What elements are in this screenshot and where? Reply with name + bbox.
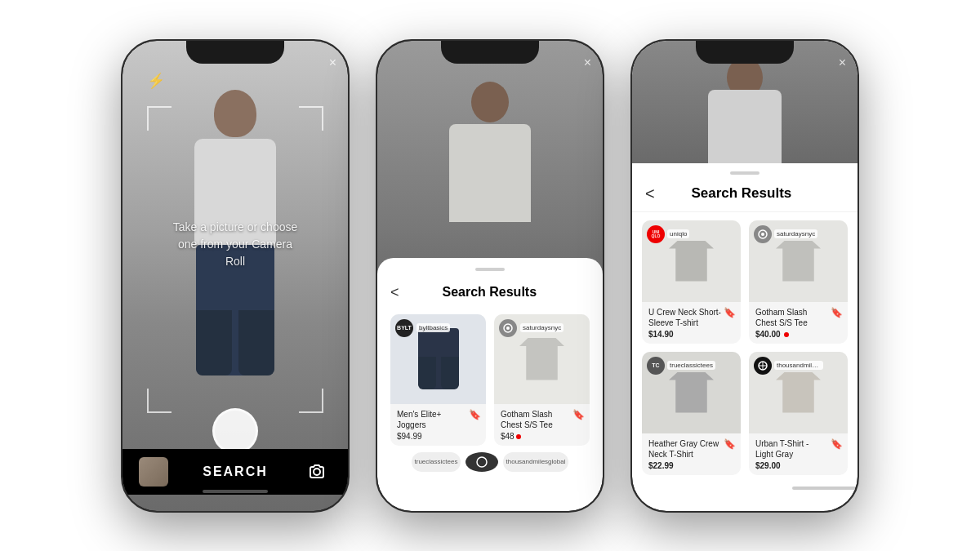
phone-2: × < Search Results BYLT — [376, 39, 604, 513]
result-card-saturdays[interactable]: saturdaysnyc Gotham Slash Chest S/S Tee … — [749, 220, 848, 344]
tshirt-img-uniqlo — [669, 241, 714, 282]
svg-point-2 — [506, 327, 510, 330]
close-icon-phone3[interactable]: × — [839, 56, 846, 70]
results-title-phone3: Search Results — [662, 185, 844, 202]
jogger-illustration — [418, 328, 459, 389]
brand-name-saturdays-p3: saturdaysnyc — [774, 229, 817, 238]
bookmark-icon-joggers[interactable]: 🔖 — [469, 409, 481, 420]
person-body-phone2 — [449, 124, 531, 222]
corner-bracket-tl — [147, 106, 172, 131]
camera-view: × ⚡ Take a picture or choose one from yo… — [122, 41, 348, 511]
phone-3: × < Search Results UNIQLO uniqlo — [630, 39, 859, 513]
result-card-joggers[interactable]: BYLT byltbasics Men's Elite+ Joggers $94… — [390, 314, 486, 446]
product-image-uniqlo: UNIQLO uniqlo — [642, 220, 741, 302]
person-head — [214, 90, 256, 137]
phone-2-screen: × < Search Results BYLT — [377, 41, 603, 511]
result-card-tee-phone2[interactable]: saturdaysnyc Gotham Slash Chest S/S Tee … — [494, 314, 590, 446]
bookmark-thousand[interactable]: 🔖 — [831, 438, 843, 450]
svg-point-0 — [314, 469, 320, 475]
phone-3-screen: × < Search Results UNIQLO uniqlo — [632, 41, 858, 511]
brand-badge-uniqlo: UNIQLO uniqlo — [647, 225, 689, 243]
result-card-thousand[interactable]: thousandmilesglobal Urban T-Shirt - Ligh… — [749, 352, 848, 475]
brand-logo-uniqlo: UNIQLO — [647, 225, 665, 243]
camera-bg-phone2: × < Search Results BYLT — [377, 41, 603, 511]
bookmark-icon-tee-p2[interactable]: 🔖 — [572, 409, 585, 420]
brand-name-thousand: thousandmilesglobal — [774, 361, 823, 370]
product-price-joggers: $94.99 — [397, 432, 479, 441]
brand-scroll-item-3[interactable]: thousandmilesglobal — [503, 452, 568, 472]
bookmark-uniqlo[interactable]: 🔖 — [724, 307, 736, 318]
search-results-full: × < Search Results UNIQLO uniqlo — [632, 41, 858, 511]
back-button-phone3[interactable]: < — [645, 184, 655, 203]
product-name-saturdays: Gotham Slash Chest S/S Tee — [755, 307, 841, 328]
close-icon-phone1[interactable]: × — [329, 56, 336, 70]
sheet-drag-handle[interactable] — [475, 268, 505, 271]
brand-logo-saturdays-p3 — [754, 225, 772, 243]
bookmark-saturdays[interactable]: 🔖 — [831, 307, 843, 318]
product-info-saturdays: Gotham Slash Chest S/S Tee $40.00 🔖 — [749, 302, 848, 344]
tshirt-illustration-p2 — [519, 338, 564, 380]
results-header-phone3: < Search Results — [632, 175, 858, 212]
product-name-thousand: Urban T-Shirt - Light Gray — [755, 438, 841, 460]
product-price-saturdays: $40.00 — [755, 330, 841, 339]
product-name-uniqlo: U Crew Neck Short-Sleeve T-shirt — [648, 307, 734, 328]
svg-point-5 — [761, 233, 764, 236]
corner-bracket-br — [299, 389, 323, 413]
bookmark-trueclassic[interactable]: 🔖 — [724, 438, 736, 450]
product-price-thousand: $29.00 — [755, 461, 841, 470]
gallery-thumbnail[interactable] — [139, 457, 168, 487]
phone-1-screen: × ⚡ Take a picture or choose one from yo… — [122, 41, 348, 511]
result-card-uniqlo[interactable]: UNIQLO uniqlo U Crew Neck Short-Sleeve T… — [642, 220, 741, 344]
brand-logo-trueclassic: TC — [647, 357, 665, 375]
brand-scroll-item-2[interactable] — [466, 452, 498, 472]
svg-point-3 — [477, 457, 487, 467]
product-image-joggers: BYLT byltbasics — [390, 314, 486, 404]
product-name-joggers: Men's Elite+ Joggers — [397, 409, 479, 430]
product-info-thousand: Urban T-Shirt - Light Gray $29.00 🔖 — [749, 433, 848, 475]
search-label: SEARCH — [203, 464, 268, 479]
search-results-sheet: < Search Results BYLT byltbasics — [377, 258, 603, 511]
brand-logo-bylt: BYLT — [395, 319, 413, 337]
product-image-saturdays: saturdaysnyc — [749, 220, 848, 302]
home-indicator-phone3 — [792, 487, 858, 490]
brand-name-trueclassic: trueclassictees — [667, 361, 715, 370]
shutter-button[interactable] — [212, 408, 258, 454]
product-info-trueclassic: Heather Gray Crew Neck T-Shirt $22.99 🔖 — [642, 433, 741, 475]
brand-badge-saturdays: saturdaysnyc — [754, 225, 817, 243]
product-name-trueclassic: Heather Gray Crew Neck T-Shirt — [648, 438, 734, 460]
brand-scroll-row: trueclassictees thousandmilesglobal — [390, 452, 590, 472]
home-indicator-phone1 — [203, 490, 268, 493]
results-grid-phone2: BYLT byltbasics Men's Elite+ Joggers $94… — [390, 314, 590, 446]
product-info-joggers: Men's Elite+ Joggers $94.99 🔖 — [390, 404, 486, 446]
camera-switch-button[interactable] — [302, 457, 332, 487]
sheet-header: < Search Results — [390, 282, 590, 303]
camera-hint-text: Take a picture or choose one from your C… — [170, 219, 301, 270]
product-price-uniqlo: $14.90 — [648, 330, 734, 339]
product-info-tee-phone2: Gotham Slash Chest S/S Tee $48 🔖 — [494, 404, 590, 446]
person-upper-phone2 — [441, 82, 539, 222]
corner-bracket-bl — [147, 389, 172, 413]
brand-logo-thousand — [754, 357, 772, 375]
brand-name-saturdays-p2: saturdaysnyc — [520, 323, 564, 332]
result-card-trueclassic[interactable]: TC trueclassictees Heather Gray Crew Nec… — [642, 352, 741, 475]
brand-scroll-item-1[interactable]: trueclassictees — [412, 452, 461, 472]
corner-bracket-tr — [299, 106, 323, 131]
tshirt-img-trueclassic — [669, 372, 714, 413]
person-head-phone2 — [471, 82, 509, 122]
product-name-tee-phone2: Gotham Slash Chest S/S Tee — [501, 409, 583, 430]
price-indicator-saturdays — [784, 332, 789, 337]
close-icon-phone2[interactable]: × — [584, 56, 591, 70]
brand-badge-trueclassic: TC trueclassictees — [647, 357, 715, 375]
brand-name-bylt: byltbasics — [416, 323, 450, 332]
tshirt-img-saturdays — [776, 241, 821, 282]
camera-bottom-bar: SEARCH — [122, 449, 348, 495]
product-info-uniqlo: U Crew Neck Short-Sleeve T-shirt $14.90 … — [642, 302, 741, 344]
flash-icon: ⚡ — [147, 72, 165, 90]
product-price-trueclassic: $22.99 — [648, 461, 734, 470]
brand-name-uniqlo: uniqlo — [667, 229, 689, 238]
home-indicator-phone2 — [457, 490, 523, 493]
price-pin-indicator — [516, 434, 521, 439]
phone-1: × ⚡ Take a picture or choose one from yo… — [121, 39, 350, 513]
sheet-title-phone2: Search Results — [406, 285, 590, 300]
back-button-phone2[interactable]: < — [390, 282, 406, 303]
